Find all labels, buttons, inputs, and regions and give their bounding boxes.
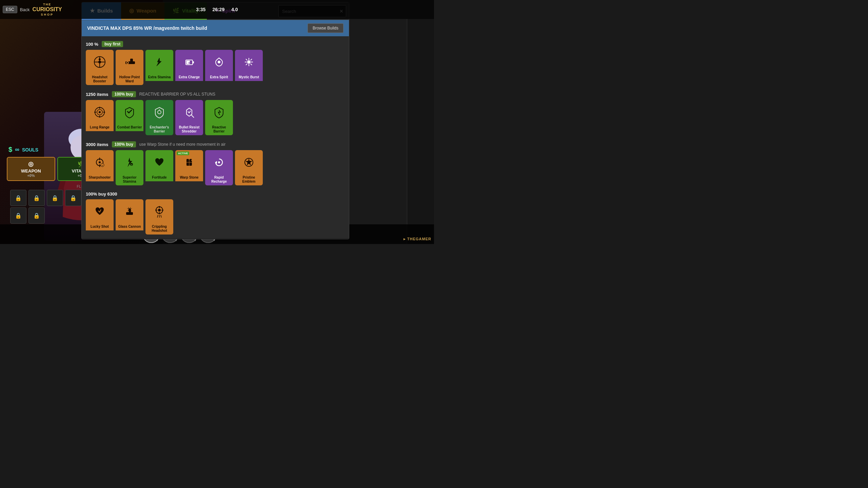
- extra-spirit-icon-area: [205, 50, 233, 74]
- reactive-barrier-icon-area: [205, 100, 233, 124]
- weapon-icon: ◎: [9, 160, 53, 168]
- section-4-header: 100% buy 6300: [86, 189, 345, 199]
- item-long-range[interactable]: Long Range: [86, 100, 114, 135]
- flex-slot-6: 🔒: [28, 207, 45, 224]
- section-2-items: Long Range Combat Barrier: [86, 100, 345, 135]
- reactive-barrier-svg: [212, 105, 226, 119]
- crippling-headshot-label: Crippling Headshot: [145, 224, 173, 235]
- active-badge: ACTIVE: [177, 151, 189, 155]
- item-crippling-headshot[interactable]: Crippling Headshot: [145, 199, 173, 235]
- item-pristine-emblem[interactable]: Pristine Emblem: [235, 150, 263, 185]
- lucky-shot-label: Lucky Shot: [86, 224, 114, 230]
- souls-label: SOULS: [22, 147, 38, 152]
- item-glass-cannon[interactable]: Glass Cannon: [116, 199, 143, 235]
- build-section-1: 100 % buy first Headshot Booster: [86, 39, 345, 85]
- superior-stamina-icon-area: ✦: [116, 150, 143, 175]
- svg-text:+: +: [188, 61, 190, 65]
- extra-charge-label: Extra Charge: [175, 74, 203, 81]
- svg-point-12: [127, 62, 128, 63]
- lucky-shot-svg: [93, 205, 106, 218]
- svg-text:✦: ✦: [131, 163, 133, 166]
- item-bullet-resist-shredder[interactable]: Bullet Resist Shredder: [175, 100, 203, 135]
- section-2-buy: 100% buy: [112, 91, 136, 97]
- glass-cannon-svg: [123, 205, 136, 218]
- right-panel-hint: [407, 19, 434, 244]
- svg-rect-14: [193, 61, 194, 63]
- item-hollow-point-ward[interactable]: Hollow Point Ward: [116, 50, 143, 85]
- item-extra-charge[interactable]: + Extra Charge: [175, 50, 203, 85]
- build-section-4: 100% buy 6300 Lucky Shot: [86, 189, 345, 235]
- extra-charge-icon-area: +: [175, 50, 203, 74]
- svg-line-24: [251, 64, 252, 65]
- svg-point-55: [158, 209, 161, 211]
- item-combat-barrier[interactable]: Combat Barrier: [116, 100, 143, 135]
- mystic-burst-icon-area: [235, 50, 263, 74]
- section-1-buy: buy first: [102, 41, 123, 47]
- section-2-header: 1250 items 100% buy REACTIVE BARRIER OP …: [86, 89, 345, 100]
- glass-cannon-label: Glass Cannon: [116, 224, 143, 230]
- build-content: 100 % buy first Headshot Booster: [82, 36, 349, 238]
- pristine-emblem-label: Pristine Emblem: [235, 175, 263, 185]
- watermark: ▸ THEGAMER: [403, 237, 431, 241]
- svg-point-7: [98, 61, 101, 63]
- bullet-resist-shredder-label: Bullet Resist Shredder: [175, 124, 203, 135]
- crippling-headshot-icon-area: [145, 199, 173, 224]
- item-rapid-recharge[interactable]: Rapid Recharge: [205, 150, 233, 185]
- svg-point-47: [189, 158, 190, 160]
- build-title-bar: VINDICTA MAX DPS 85% WR /magven0m twitch…: [82, 20, 349, 36]
- item-mystic-burst[interactable]: Mystic Burst: [235, 50, 263, 85]
- svg-point-17: [218, 61, 220, 63]
- item-fortitude[interactable]: Fortitude: [145, 150, 173, 185]
- section-2-desc: REACTIVE BARRIER OP VS ALL STUNS: [139, 92, 215, 97]
- enchanters-barrier-label: Enchanter's Barrier: [145, 124, 173, 135]
- section-3-items-count: 3000 items: [86, 142, 108, 147]
- item-reactive-barrier[interactable]: Reactive Barrier: [205, 100, 233, 135]
- item-warp-stone[interactable]: ACTIVE Warp Stone: [175, 150, 203, 185]
- superior-stamina-svg: ✦: [123, 156, 136, 169]
- item-lucky-shot[interactable]: Lucky Shot: [86, 199, 114, 235]
- lucky-shot-icon-area: [86, 199, 114, 224]
- headshot-booster-label: Headshot Booster: [86, 74, 114, 85]
- combat-barrier-svg: [123, 105, 136, 119]
- extra-spirit-label: Extra Spirit: [205, 74, 233, 81]
- item-extra-spirit[interactable]: Extra Spirit: [205, 50, 233, 85]
- esc-button[interactable]: ESC: [3, 6, 17, 13]
- glass-cannon-icon-area: [116, 199, 143, 224]
- weapon-tab-label: WEAPON: [9, 168, 53, 174]
- section-3-buy: 100% buy: [112, 141, 136, 147]
- hud-center: 3:35 26:29 4.0: [196, 7, 238, 12]
- extra-stamina-label: Extra Stamina: [145, 74, 173, 81]
- pristine-emblem-svg: [242, 156, 256, 169]
- section-3-items: + Sharpshooter ✦ Superior Stamina: [86, 150, 345, 185]
- stat-tab-weapon[interactable]: ◎ WEAPON +0%: [7, 157, 55, 181]
- svg-point-50: [218, 161, 220, 163]
- weapon-tab-val: +0%: [27, 174, 35, 178]
- svg-text:+: +: [102, 164, 103, 167]
- enchanters-barrier-icon-area: [145, 100, 173, 124]
- item-headshot-booster[interactable]: Headshot Booster: [86, 50, 114, 85]
- svg-point-48: [191, 160, 193, 161]
- combat-barrier-icon-area: [116, 100, 143, 124]
- hollow-point-ward-label: Hollow Point Ward: [116, 74, 143, 85]
- long-range-label: Long Range: [86, 124, 114, 131]
- section-3-desc: use Warp Stone if u need more movement i…: [139, 142, 225, 147]
- item-enchanters-barrier[interactable]: Enchanter's Barrier: [145, 100, 173, 135]
- item-sharpshooter[interactable]: + Sharpshooter: [86, 150, 114, 185]
- svg-point-8: [99, 58, 101, 60]
- reactive-barrier-label: Reactive Barrier: [205, 124, 233, 135]
- main-panel: ★ Builds ◎ Weapon 🌿 Vitality ✦ Spirit ✕ …: [81, 2, 349, 239]
- item-superior-stamina[interactable]: ✦ Superior Stamina: [116, 150, 143, 185]
- mystic-burst-label: Mystic Burst: [235, 74, 263, 81]
- warp-stone-icon-area: ACTIVE: [175, 150, 203, 175]
- section-3-header: 3000 items 100% buy use Warp Stone if u …: [86, 139, 345, 150]
- rapid-recharge-label: Rapid Recharge: [205, 175, 233, 185]
- item-extra-stamina[interactable]: Extra Stamina: [145, 50, 173, 85]
- svg-line-25: [251, 59, 252, 60]
- flex-slot-4: 🔒: [65, 190, 81, 206]
- hollow-point-ward-svg: [123, 55, 136, 69]
- warp-stone-svg: [182, 156, 196, 169]
- rapid-recharge-icon-area: [205, 150, 233, 175]
- browse-builds-button[interactable]: Browse Builds: [308, 23, 343, 33]
- souls-icon: $: [8, 146, 12, 154]
- back-label[interactable]: Back: [20, 7, 30, 12]
